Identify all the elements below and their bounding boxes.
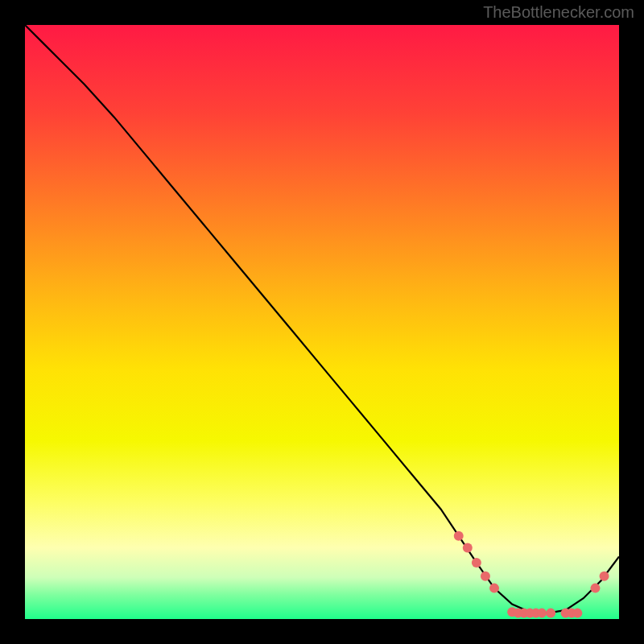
- marker-dot: [572, 609, 582, 618]
- watermark-text: TheBottlenecker.com: [483, 3, 634, 22]
- gradient-background: [25, 25, 619, 619]
- marker-dot: [472, 558, 481, 568]
- marker-dot: [590, 584, 600, 593]
- marker-dot: [463, 543, 473, 552]
- marker-dot: [489, 584, 499, 593]
- marker-dot: [537, 609, 547, 618]
- marker-dot: [600, 572, 609, 581]
- marker-dot: [454, 531, 464, 541]
- chart-svg: [25, 25, 619, 619]
- marker-dot: [546, 609, 555, 618]
- chart-container: TheBottlenecker.com: [0, 0, 644, 644]
- plot-area: [25, 25, 619, 619]
- marker-dot: [481, 572, 490, 581]
